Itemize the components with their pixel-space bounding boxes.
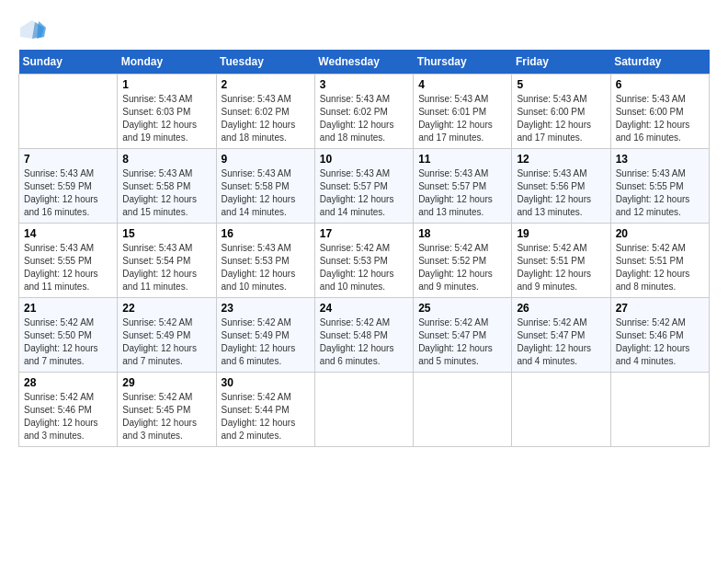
calendar-cell: 20Sunrise: 5:42 AM Sunset: 5:51 PM Dayli… — [610, 224, 709, 298]
day-number: 7 — [24, 153, 112, 166]
day-number: 18 — [418, 227, 506, 240]
cell-content: Sunrise: 5:43 AM Sunset: 5:58 PM Dayligh… — [122, 167, 210, 219]
calendar-cell: 23Sunrise: 5:42 AM Sunset: 5:49 PM Dayli… — [216, 298, 314, 373]
calendar-cell: 15Sunrise: 5:43 AM Sunset: 5:54 PM Dayli… — [118, 224, 216, 298]
logo-icon — [18, 18, 46, 40]
day-number: 10 — [320, 153, 408, 166]
cell-content: Sunrise: 5:43 AM Sunset: 5:54 PM Dayligh… — [122, 242, 210, 293]
day-number: 16 — [222, 227, 310, 240]
logo — [18, 18, 50, 40]
day-number: 3 — [320, 78, 408, 91]
day-number: 19 — [517, 227, 605, 240]
cell-content: Sunrise: 5:42 AM Sunset: 5:49 PM Dayligh… — [122, 316, 210, 368]
calendar-cell: 21Sunrise: 5:42 AM Sunset: 5:50 PM Dayli… — [19, 298, 118, 373]
day-number: 4 — [418, 78, 506, 91]
day-number: 25 — [418, 302, 506, 315]
calendar-cell: 25Sunrise: 5:42 AM Sunset: 5:47 PM Dayli… — [414, 298, 512, 373]
cell-content: Sunrise: 5:43 AM Sunset: 5:55 PM Dayligh… — [24, 242, 112, 293]
cell-content: Sunrise: 5:43 AM Sunset: 5:56 PM Dayligh… — [517, 167, 605, 219]
day-number: 24 — [320, 302, 408, 315]
calendar-cell: 11Sunrise: 5:43 AM Sunset: 5:57 PM Dayli… — [414, 149, 512, 224]
calendar-cell: 12Sunrise: 5:43 AM Sunset: 5:56 PM Dayli… — [512, 149, 610, 224]
day-number: 27 — [616, 302, 704, 315]
calendar-week-4: 21Sunrise: 5:42 AM Sunset: 5:50 PM Dayli… — [19, 298, 710, 373]
calendar-table: SundayMondayTuesdayWednesdayThursdayFrid… — [18, 50, 710, 447]
calendar-cell: 18Sunrise: 5:42 AM Sunset: 5:52 PM Dayli… — [414, 224, 512, 298]
cell-content: Sunrise: 5:42 AM Sunset: 5:49 PM Dayligh… — [222, 316, 310, 368]
page-header — [18, 18, 710, 40]
cell-content: Sunrise: 5:43 AM Sunset: 6:03 PM Dayligh… — [122, 93, 210, 144]
calendar-cell: 6Sunrise: 5:43 AM Sunset: 6:00 PM Daylig… — [610, 75, 709, 149]
column-header-tuesday: Tuesday — [216, 50, 314, 75]
column-header-saturday: Saturday — [610, 50, 709, 75]
day-number: 14 — [24, 227, 112, 240]
calendar-cell: 4Sunrise: 5:43 AM Sunset: 6:01 PM Daylig… — [414, 75, 512, 149]
calendar-week-3: 14Sunrise: 5:43 AM Sunset: 5:55 PM Dayli… — [19, 224, 710, 298]
calendar-cell — [19, 75, 118, 149]
cell-content: Sunrise: 5:43 AM Sunset: 5:55 PM Dayligh… — [616, 167, 704, 219]
day-number: 15 — [122, 227, 210, 240]
day-number: 29 — [122, 376, 210, 389]
calendar-cell: 19Sunrise: 5:42 AM Sunset: 5:51 PM Dayli… — [512, 224, 610, 298]
calendar-cell: 26Sunrise: 5:42 AM Sunset: 5:47 PM Dayli… — [512, 298, 610, 373]
cell-content: Sunrise: 5:43 AM Sunset: 6:00 PM Dayligh… — [616, 93, 704, 144]
column-header-sunday: Sunday — [19, 50, 118, 75]
cell-content: Sunrise: 5:42 AM Sunset: 5:44 PM Dayligh… — [222, 391, 310, 442]
calendar-cell — [512, 373, 610, 447]
calendar-cell: 16Sunrise: 5:43 AM Sunset: 5:53 PM Dayli… — [216, 224, 314, 298]
cell-content: Sunrise: 5:42 AM Sunset: 5:51 PM Dayligh… — [517, 242, 605, 293]
cell-content: Sunrise: 5:42 AM Sunset: 5:52 PM Dayligh… — [418, 242, 506, 293]
cell-content: Sunrise: 5:42 AM Sunset: 5:48 PM Dayligh… — [320, 316, 408, 368]
calendar-week-2: 7Sunrise: 5:43 AM Sunset: 5:59 PM Daylig… — [19, 149, 710, 224]
cell-content: Sunrise: 5:42 AM Sunset: 5:47 PM Dayligh… — [517, 316, 605, 368]
day-number: 5 — [517, 78, 605, 91]
cell-content: Sunrise: 5:42 AM Sunset: 5:47 PM Dayligh… — [418, 316, 506, 368]
day-number: 9 — [222, 153, 310, 166]
calendar-cell: 5Sunrise: 5:43 AM Sunset: 6:00 PM Daylig… — [512, 75, 610, 149]
calendar-cell: 10Sunrise: 5:43 AM Sunset: 5:57 PM Dayli… — [314, 149, 413, 224]
calendar-cell — [610, 373, 709, 447]
calendar-cell: 29Sunrise: 5:42 AM Sunset: 5:45 PM Dayli… — [118, 373, 216, 447]
calendar-week-5: 28Sunrise: 5:42 AM Sunset: 5:46 PM Dayli… — [19, 373, 710, 447]
calendar-cell: 1Sunrise: 5:43 AM Sunset: 6:03 PM Daylig… — [118, 75, 216, 149]
cell-content: Sunrise: 5:42 AM Sunset: 5:50 PM Dayligh… — [24, 316, 112, 368]
cell-content: Sunrise: 5:43 AM Sunset: 5:57 PM Dayligh… — [320, 167, 408, 219]
column-header-friday: Friday — [512, 50, 610, 75]
calendar-cell: 3Sunrise: 5:43 AM Sunset: 6:02 PM Daylig… — [314, 75, 413, 149]
svg-marker-2 — [37, 21, 46, 39]
cell-content: Sunrise: 5:43 AM Sunset: 5:53 PM Dayligh… — [222, 242, 310, 293]
calendar-week-1: 1Sunrise: 5:43 AM Sunset: 6:03 PM Daylig… — [19, 75, 710, 149]
column-header-monday: Monday — [118, 50, 216, 75]
cell-content: Sunrise: 5:43 AM Sunset: 6:00 PM Dayligh… — [517, 93, 605, 144]
calendar-cell: 17Sunrise: 5:42 AM Sunset: 5:53 PM Dayli… — [314, 224, 413, 298]
cell-content: Sunrise: 5:42 AM Sunset: 5:53 PM Dayligh… — [320, 242, 408, 293]
calendar-cell: 30Sunrise: 5:42 AM Sunset: 5:44 PM Dayli… — [216, 373, 314, 447]
day-number: 11 — [418, 153, 506, 166]
cell-content: Sunrise: 5:42 AM Sunset: 5:46 PM Dayligh… — [616, 316, 704, 368]
calendar-cell: 8Sunrise: 5:43 AM Sunset: 5:58 PM Daylig… — [118, 149, 216, 224]
cell-content: Sunrise: 5:43 AM Sunset: 6:02 PM Dayligh… — [320, 93, 408, 144]
calendar-cell: 28Sunrise: 5:42 AM Sunset: 5:46 PM Dayli… — [19, 373, 118, 447]
day-number: 26 — [517, 302, 605, 315]
calendar-cell: 7Sunrise: 5:43 AM Sunset: 5:59 PM Daylig… — [19, 149, 118, 224]
cell-content: Sunrise: 5:42 AM Sunset: 5:45 PM Dayligh… — [122, 391, 210, 442]
calendar-cell: 14Sunrise: 5:43 AM Sunset: 5:55 PM Dayli… — [19, 224, 118, 298]
day-number: 22 — [122, 302, 210, 315]
day-number: 13 — [616, 153, 704, 166]
calendar-cell — [314, 373, 413, 447]
day-number: 2 — [222, 78, 310, 91]
day-number: 30 — [222, 376, 310, 389]
calendar-cell — [414, 373, 512, 447]
day-number: 21 — [24, 302, 112, 315]
cell-content: Sunrise: 5:42 AM Sunset: 5:51 PM Dayligh… — [616, 242, 704, 293]
day-number: 8 — [122, 153, 210, 166]
cell-content: Sunrise: 5:43 AM Sunset: 5:58 PM Dayligh… — [222, 167, 310, 219]
cell-content: Sunrise: 5:43 AM Sunset: 6:01 PM Dayligh… — [418, 93, 506, 144]
column-header-thursday: Thursday — [414, 50, 512, 75]
cell-content: Sunrise: 5:43 AM Sunset: 5:57 PM Dayligh… — [418, 167, 506, 219]
calendar-cell: 27Sunrise: 5:42 AM Sunset: 5:46 PM Dayli… — [610, 298, 709, 373]
calendar-header-row: SundayMondayTuesdayWednesdayThursdayFrid… — [19, 50, 710, 75]
calendar-cell: 22Sunrise: 5:42 AM Sunset: 5:49 PM Dayli… — [118, 298, 216, 373]
day-number: 12 — [517, 153, 605, 166]
cell-content: Sunrise: 5:43 AM Sunset: 5:59 PM Dayligh… — [24, 167, 112, 219]
